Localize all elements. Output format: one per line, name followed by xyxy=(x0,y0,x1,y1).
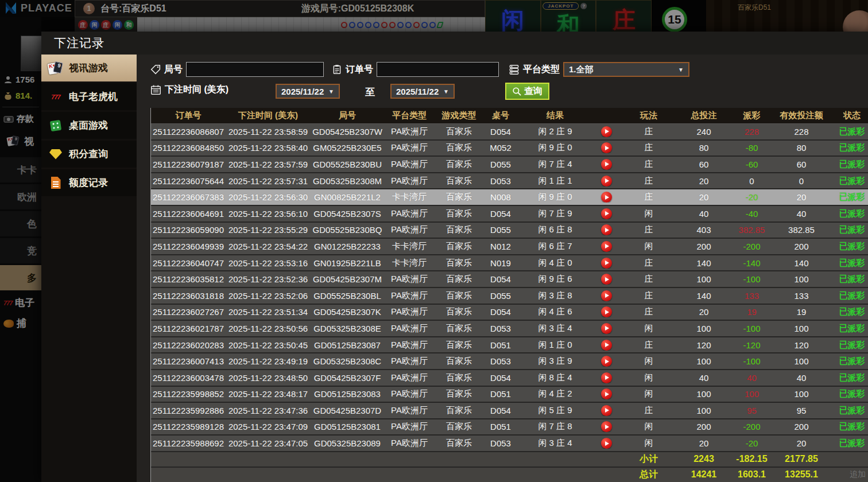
cell-order-id: 251122236031818 xyxy=(151,291,226,301)
cell-round-id: GD05525B230BU xyxy=(311,160,384,169)
table-row[interactable]: 251122236020283 2025-11-22 23:50:45 GD05… xyxy=(151,337,868,354)
cell-round-id: GD05425B2307F xyxy=(311,373,384,383)
replay-button[interactable] xyxy=(601,258,612,269)
table-row[interactable]: 251122236027267 2025-11-22 23:51:34 GD05… xyxy=(151,305,868,321)
cell-result: 闲 3 庄 4 xyxy=(518,323,592,334)
replay-button[interactable] xyxy=(601,323,612,334)
replay-button[interactable] xyxy=(601,274,612,285)
tab-points-query[interactable]: 积分查询 xyxy=(41,141,137,168)
replay-button[interactable] xyxy=(601,208,612,219)
cell-result: 闲 1 庄 0 xyxy=(518,340,592,351)
replay-button[interactable] xyxy=(601,372,612,383)
cell-bet-type: 庄 xyxy=(620,176,677,186)
cell-order-id: 251122235998852 xyxy=(151,389,226,399)
table-row[interactable]: 251122236035812 2025-11-22 23:52:36 GD05… xyxy=(151,271,868,288)
cell-platform: PA欧洲厅 xyxy=(384,126,435,137)
table-row[interactable]: 251122236007413 2025-11-22 23:49:19 GD05… xyxy=(151,353,868,370)
platform-select[interactable]: 1.全部 ▼ xyxy=(563,62,689,77)
cell-game-type: 百家乐 xyxy=(435,306,483,317)
search-button[interactable]: 查询 xyxy=(505,83,549,100)
cell-order-id: 251122235988692 xyxy=(151,438,226,448)
table-row[interactable]: 251122235998852 2025-11-22 23:48:17 GD05… xyxy=(151,387,868,403)
date-to-select[interactable]: 2025/11/22 ▼ xyxy=(390,84,455,99)
replay-button[interactable] xyxy=(601,356,612,367)
cell-platform: PA欧洲厅 xyxy=(384,438,435,449)
cell-total-bet: 100 xyxy=(677,406,730,415)
cell-replay xyxy=(592,208,620,219)
cell-game-type: 百家乐 xyxy=(435,176,483,186)
replay-button[interactable] xyxy=(601,421,612,432)
cell-game-type: 百家乐 xyxy=(435,372,483,383)
tab-label: 积分查询 xyxy=(69,147,108,161)
tab-slot-machines[interactable]: 777 电子老虎机 xyxy=(41,83,137,110)
table-row[interactable]: 251122235992886 2025-11-22 23:47:36 GD05… xyxy=(151,403,868,419)
replay-button[interactable] xyxy=(601,388,612,399)
cell-result: 闲 5 庄 9 xyxy=(518,405,592,416)
slots-icon: 777 xyxy=(48,90,63,104)
cell-replay xyxy=(592,241,620,252)
cell-bet-type: 庄 xyxy=(620,306,677,317)
cell-table-no: D051 xyxy=(483,340,518,350)
tab-video-games[interactable]: K♥9 视讯游戏 xyxy=(41,55,137,81)
play-icon xyxy=(605,277,609,282)
table-row[interactable]: 251122236003478 2025-11-22 23:48:50 GD05… xyxy=(151,370,868,387)
table-row[interactable]: 251122236075644 2025-11-22 23:57:31 GD05… xyxy=(151,173,868,190)
table-row[interactable]: 251122236084850 2025-11-22 23:58:40 GM05… xyxy=(151,141,868,157)
platform-filter-label: 平台类型 xyxy=(523,64,560,76)
cell-order-id: 251122236079187 xyxy=(151,160,226,169)
cell-valid-bet: 40 xyxy=(773,209,830,219)
table-row[interactable]: 251122236079187 2025-11-22 23:57:59 GD05… xyxy=(151,157,868,173)
replay-button[interactable] xyxy=(601,224,612,235)
cell-payout: 133 xyxy=(730,291,773,301)
table-row[interactable]: 251122235988692 2025-11-22 23:47:05 GD05… xyxy=(151,436,868,452)
cell-table-no: D054 xyxy=(483,274,518,284)
cell-valid-bet: 140 xyxy=(773,258,830,268)
replay-button[interactable] xyxy=(601,192,612,203)
cell-total-bet: 40 xyxy=(677,373,730,383)
table-row[interactable]: 251122236049939 2025-11-22 23:54:22 GN01… xyxy=(151,239,868,255)
cell-game-type: 百家乐 xyxy=(435,323,483,334)
subtotal-payout: -182.15 xyxy=(730,454,773,464)
cell-game-type: 百家乐 xyxy=(435,438,483,449)
tab-table-games[interactable]: 桌面游戏 xyxy=(41,112,137,139)
table-row[interactable]: 251122235989128 2025-11-22 23:47:09 GD05… xyxy=(151,419,868,436)
replay-button[interactable] xyxy=(601,159,612,170)
table-header: 订单号下注时间 (美东)局号平台类型游戏类型桌号结果玩法总投注派彩有效投注额状态 xyxy=(151,108,868,124)
cell-table-no: D051 xyxy=(483,422,518,432)
replay-button[interactable] xyxy=(601,306,612,317)
chevron-down-icon: ▼ xyxy=(678,67,684,73)
table-row[interactable]: 251122236067383 2025-11-22 23:56:30 GN00… xyxy=(151,189,868,206)
replay-button[interactable] xyxy=(601,290,612,301)
tab-label: 视讯游戏 xyxy=(69,61,108,75)
cell-order-id: 251122236007413 xyxy=(151,356,226,366)
tag-icon xyxy=(150,64,161,75)
table-row[interactable]: 251122236021787 2025-11-22 23:50:56 GD05… xyxy=(151,321,868,337)
cell-total-bet: 140 xyxy=(677,291,730,301)
cell-status: 已派彩 xyxy=(830,356,868,367)
table-row[interactable]: 251122236059090 2025-11-22 23:55:29 GD05… xyxy=(151,223,868,239)
replay-button[interactable] xyxy=(601,241,612,252)
replay-button[interactable] xyxy=(601,340,612,351)
tab-credit-records[interactable]: 额度记录 xyxy=(41,169,137,196)
table-row[interactable]: 251122236031818 2025-11-22 23:52:06 GD05… xyxy=(151,288,868,305)
replay-button[interactable] xyxy=(601,405,612,416)
table-row[interactable]: 251122236086807 2025-11-22 23:58:59 GD05… xyxy=(151,124,868,141)
replay-button[interactable] xyxy=(601,126,612,137)
date-from-select[interactable]: 2025/11/22 ▼ xyxy=(276,84,340,99)
cell-bet-time: 2025-11-22 23:48:50 xyxy=(226,373,311,383)
cell-replay xyxy=(592,224,620,235)
round-input[interactable] xyxy=(186,62,324,77)
play-icon xyxy=(605,326,609,331)
cell-result: 闲 3 庄 9 xyxy=(518,356,592,367)
order-input[interactable] xyxy=(377,62,499,77)
replay-button[interactable] xyxy=(601,142,612,153)
column-header: 局号 xyxy=(311,110,384,121)
replay-button[interactable] xyxy=(601,438,612,449)
cell-round-id: GN00825B221L2 xyxy=(311,192,384,202)
cell-round-id: GD05325B2308E xyxy=(311,324,384,333)
cell-valid-bet: 100 xyxy=(773,356,830,366)
cell-status: 已派彩 xyxy=(830,323,868,334)
table-row[interactable]: 251122236064691 2025-11-22 23:56:10 GD05… xyxy=(151,206,868,223)
table-row[interactable]: 251122236040747 2025-11-22 23:53:16 GN01… xyxy=(151,255,868,272)
replay-button[interactable] xyxy=(601,176,612,186)
